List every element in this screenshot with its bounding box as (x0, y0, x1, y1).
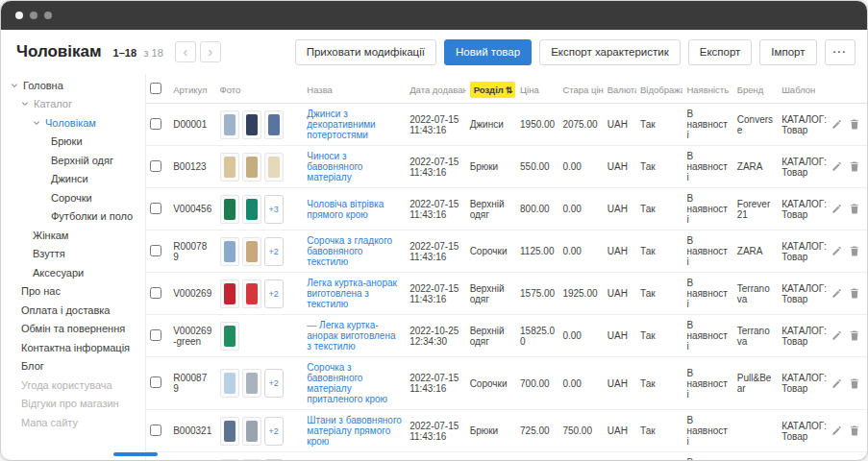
edit-icon[interactable] (832, 330, 842, 341)
new-product-button[interactable]: Новий товар (444, 39, 532, 65)
edit-icon[interactable] (832, 425, 842, 436)
more-photos-badge[interactable]: +2 (264, 279, 284, 308)
sidebar-item[interactable]: Жінкам (11, 226, 145, 245)
edit-icon[interactable] (832, 161, 842, 172)
column-header[interactable]: Наявність (682, 74, 732, 104)
sidebar-item[interactable]: Обмін та повернення (11, 320, 145, 339)
sort-icon[interactable]: ⇅ (506, 85, 513, 95)
product-name-link[interactable]: Чиноси з бавовняного матеріалу (307, 151, 362, 182)
column-header[interactable]: Шаблон (778, 74, 831, 104)
sidebar-item[interactable]: Каталог (11, 95, 145, 114)
product-photo[interactable] (242, 195, 261, 224)
sidebar-item[interactable]: Про нас (11, 282, 145, 302)
hide-modifications-button[interactable]: Приховати модифікації (295, 39, 436, 65)
edit-icon[interactable] (832, 204, 842, 214)
sorted-column-highlight[interactable]: Розділ⇅ (470, 82, 516, 98)
product-photo[interactable] (242, 369, 261, 398)
column-header[interactable]: Бренд (733, 74, 778, 104)
product-photo[interactable] (242, 237, 261, 266)
product-name-link[interactable]: Сорочка з бавовняного матеріалу притален… (307, 362, 387, 404)
more-actions-button[interactable]: ··· (825, 39, 856, 65)
product-photo[interactable] (242, 279, 261, 308)
sidebar-item[interactable]: Оплата і доставка (11, 301, 145, 320)
product-name-link[interactable]: Легка куртка-анорак виготовлена з тексти… (307, 278, 397, 309)
more-photos-badge[interactable]: +2 (264, 237, 284, 266)
delete-icon[interactable] (850, 246, 859, 256)
sidebar-item[interactable]: Аксесуари (11, 263, 145, 282)
row-checkbox[interactable] (150, 203, 161, 214)
sidebar-item[interactable]: Сорочки (11, 188, 145, 207)
sidebar-item[interactable]: Верхній одяг (11, 151, 145, 170)
more-photos-badge[interactable]: +2 (264, 369, 284, 398)
product-photo[interactable] (242, 459, 261, 461)
column-header[interactable]: Валюта (604, 74, 636, 104)
sidebar-item[interactable]: Взуття (11, 245, 145, 264)
row-checkbox[interactable] (150, 425, 161, 436)
delete-icon[interactable] (850, 288, 859, 299)
product-photo[interactable] (220, 417, 239, 446)
product-photo[interactable] (242, 417, 261, 446)
pagination-prev-button[interactable]: ‹ (175, 41, 196, 62)
sidebar-item[interactable]: Брюки (11, 133, 145, 152)
delete-icon[interactable] (850, 161, 859, 172)
column-header[interactable]: Артикул (169, 74, 215, 104)
column-header[interactable]: Назва (303, 74, 406, 104)
sidebar-item[interactable]: Блог (11, 357, 145, 376)
product-photo[interactable] (220, 153, 239, 182)
column-header[interactable]: Фото (216, 74, 304, 104)
product-name-link[interactable]: Чоловіча вітрівка прямого крою (307, 199, 384, 220)
export-button[interactable]: Експорт (688, 39, 753, 65)
delete-icon[interactable] (850, 425, 859, 436)
sidebar-item[interactable]: Чоловікам (11, 113, 145, 133)
more-photos-badge[interactable]: +3 (264, 195, 284, 224)
export-characteristics-button[interactable]: Експорт характеристик (539, 39, 681, 65)
row-checkbox[interactable] (150, 376, 161, 388)
column-header[interactable]: Відображати (636, 74, 682, 104)
product-name-link[interactable]: Сорочка з гладкого бавовняного текстилю (307, 235, 392, 267)
product-photo[interactable] (242, 153, 261, 182)
column-header[interactable]: Ціна (516, 74, 558, 104)
sidebar-item[interactable]: Джинси (11, 170, 145, 189)
row-checkbox[interactable] (150, 245, 161, 256)
import-button[interactable]: Імпорт (759, 39, 816, 65)
more-photos-badge[interactable]: +2 (264, 417, 284, 446)
product-name-link[interactable]: Легка куртка-анорак виготовлена з тексти… (307, 320, 395, 352)
edit-icon[interactable] (832, 246, 842, 256)
select-all-checkbox[interactable] (150, 83, 161, 94)
product-photo[interactable] (220, 369, 239, 398)
product-photo[interactable] (220, 459, 239, 461)
delete-icon[interactable] (850, 330, 859, 341)
product-photo[interactable] (220, 322, 239, 351)
product-photo[interactable] (220, 195, 239, 224)
product-photo[interactable] (264, 153, 284, 182)
sidebar-item[interactable]: Відгуки про магазин (11, 395, 145, 414)
window-control-dot[interactable] (30, 12, 37, 19)
product-photo[interactable] (220, 279, 239, 308)
row-checkbox[interactable] (150, 118, 161, 130)
row-checkbox[interactable] (150, 160, 161, 172)
edit-icon[interactable] (832, 288, 842, 299)
delete-icon[interactable] (850, 119, 859, 130)
product-photo[interactable] (220, 237, 239, 266)
chevron-down-icon[interactable] (11, 82, 23, 89)
column-header[interactable]: Дата додавання (406, 74, 466, 104)
chevron-down-icon[interactable] (33, 119, 45, 127)
column-header[interactable]: Стара ціна (558, 74, 603, 104)
window-control-dot[interactable] (15, 12, 23, 19)
row-checkbox[interactable] (150, 287, 161, 299)
row-checkbox[interactable] (150, 329, 161, 341)
product-photo[interactable] (220, 110, 239, 139)
product-name-link[interactable]: Джинси з декоративними потертостями (307, 109, 375, 140)
column-header[interactable]: Розділ⇅ (466, 74, 516, 104)
sidebar-item[interactable]: Головна (11, 76, 145, 95)
sidebar-item[interactable]: Футболки и поло (11, 207, 145, 227)
delete-icon[interactable] (850, 204, 859, 214)
chevron-down-icon[interactable] (21, 100, 34, 108)
window-control-dot[interactable] (44, 12, 52, 19)
sidebar-item[interactable]: Мапа сайту (11, 413, 145, 432)
edit-icon[interactable] (832, 378, 842, 389)
more-photos-badge[interactable]: +2 (264, 459, 284, 461)
edit-icon[interactable] (832, 119, 842, 130)
product-photo[interactable] (242, 110, 261, 139)
pagination-next-button[interactable]: › (200, 41, 221, 62)
